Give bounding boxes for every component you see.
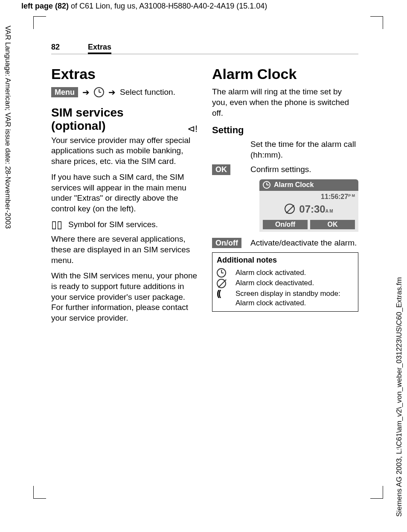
- screen-title-bar: Alarm Clock: [259, 179, 358, 191]
- chapter-title-extras: Extras: [51, 64, 198, 83]
- chapter-title-alarm: Alarm Clock: [212, 64, 358, 83]
- left-column: Extras Menu ➔ ➔ Select function. SIM ser…: [51, 64, 198, 329]
- phone-screen-mock: Alarm Clock 11:56:27P M 07:30A M On/off …: [259, 179, 358, 232]
- sim-services-heading: SIM services (optional): [51, 106, 124, 133]
- def-ok: OK Confirm settings.: [212, 164, 358, 175]
- paragraph: If you have such a SIM card, the SIM ser…: [51, 172, 198, 214]
- onoff-text: Activate/deactivate the alarm.: [250, 238, 358, 248]
- right-column: Alarm Clock The alarm will ring at the t…: [212, 64, 358, 329]
- alarm-off-icon: [285, 204, 295, 214]
- additional-notes-box: Additional notes Alarm clock activated. …: [212, 252, 358, 312]
- page-content: 82 Extras Extras Menu ➔ ➔ Select functio…: [51, 43, 358, 329]
- alarm-off-icon: [217, 279, 226, 288]
- crop-mark-top-left: [33, 16, 42, 25]
- clock-icon: [263, 181, 270, 189]
- note-text: Screen display in standby mode: Alarm cl…: [235, 289, 354, 308]
- paragraph: Where there are several applications, th…: [51, 234, 198, 266]
- ok-softkey: OK: [212, 164, 230, 175]
- note-text: Alarm clock activated.: [235, 268, 306, 278]
- set-time-text: Set the time for the alarm call (hh:mm).: [250, 139, 358, 160]
- standby-alarm-icon: [217, 289, 220, 298]
- sim-symbol-label: Symbol for SIM services.: [68, 219, 158, 230]
- running-header: 82 Extras: [51, 43, 358, 54]
- screen-alarm-time: 07:30A M: [263, 202, 355, 216]
- paragraph: With the SIM services menu, your phone i…: [51, 271, 198, 323]
- softkey-onoff: On/off: [263, 220, 308, 229]
- crop-mark-top-right: [375, 16, 383, 25]
- alarm-intro: The alarm will ring at the time set by y…: [212, 87, 358, 118]
- screen-title: Alarm Clock: [274, 181, 314, 190]
- screen-softkeys: On/off OK: [263, 220, 355, 229]
- screen-current-time: 11:56:27P M: [263, 193, 355, 202]
- menu-path: Menu ➔ ➔ Select function.: [51, 87, 198, 98]
- setting-heading: Setting: [212, 124, 358, 137]
- page-number: 82: [51, 43, 88, 52]
- running-section: Extras: [88, 43, 111, 54]
- sim-symbol-row: ▯▯ Symbol for SIM services.: [51, 219, 198, 230]
- note-text: Alarm clock deactivated.: [235, 278, 314, 288]
- def-set-time: Set the time for the alarm call (hh:mm).: [212, 139, 358, 160]
- arrow-icon: ➔: [108, 87, 116, 98]
- paragraph: Your service provider may offer special …: [51, 135, 198, 167]
- softkey-ok: OK: [310, 220, 355, 229]
- build-header: left page (82) of C61 Lion, fug us, A310…: [0, 0, 407, 11]
- ok-text: Confirm settings.: [250, 164, 358, 175]
- side-note-right: Siemens AG 2003, L:\C61\am_v2\_von_weber…: [395, 277, 404, 517]
- provider-icon: ⊲!: [187, 123, 198, 135]
- crop-mark-bottom-left: [33, 490, 42, 499]
- menu-path-text: Select function.: [120, 87, 175, 98]
- crop-mark-bottom-right: [375, 490, 383, 499]
- clock-icon: [94, 87, 104, 97]
- sim-card-icon: ▯▯: [51, 219, 62, 230]
- arrow-icon: ➔: [82, 87, 90, 98]
- notes-heading: Additional notes: [217, 255, 354, 265]
- menu-softkey: Menu: [51, 87, 78, 98]
- onoff-softkey: On/off: [212, 238, 241, 248]
- def-onoff: On/off Activate/deactivate the alarm.: [212, 238, 358, 248]
- side-note-left: VAR Language: American; VAR issue date: …: [3, 26, 12, 229]
- alarm-on-icon: [217, 268, 226, 278]
